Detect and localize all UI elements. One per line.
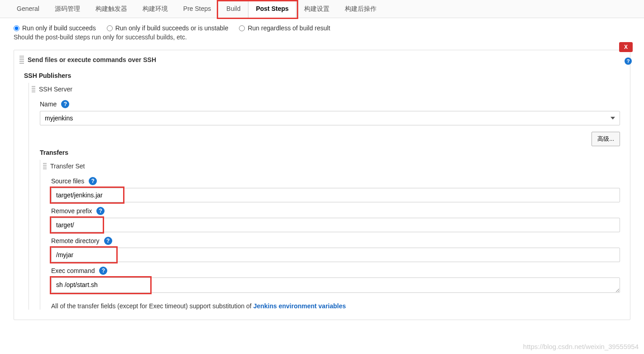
tab-post-build[interactable]: 构建后操作 (337, 0, 384, 18)
name-label: Name (40, 100, 57, 108)
radio-unstable[interactable] (107, 25, 113, 31)
source-files-label: Source files (51, 177, 84, 185)
ssh-server-header: SSH Server (39, 86, 72, 93)
tab-post-steps[interactable]: Post Steps (248, 0, 296, 18)
radio-regardless[interactable] (239, 25, 245, 31)
run-options: Run only if build succeeds Run only if b… (0, 18, 644, 33)
tab-label: 构建后操作 (345, 5, 377, 12)
help-icon[interactable]: ? (61, 100, 69, 108)
tab-label: Post Steps (256, 5, 288, 12)
drag-handle-icon[interactable] (43, 163, 47, 169)
remove-prefix-label: Remove prefix (51, 207, 92, 215)
run-unstable-option[interactable]: Run only if build succeeds or is unstabl… (107, 24, 229, 32)
publishers-label: SSH Publishers (24, 72, 620, 79)
run-options-hint: Should the post-build steps run only for… (0, 33, 644, 47)
tab-label: 源码管理 (55, 5, 80, 12)
config-tabs: General 源码管理 构建触发器 构建环境 Pre Steps Build … (0, 0, 644, 18)
tab-label: 构建触发器 (95, 5, 127, 12)
remote-dir-label: Remote directory (51, 237, 100, 244)
ssh-section: X ? Send files or execute commands over … (14, 50, 630, 320)
drag-handle-icon[interactable] (32, 86, 35, 92)
footer-text: All of the transfer fields (except for E… (51, 302, 253, 310)
tab-label: Pre Steps (183, 5, 211, 12)
transfers-header: Transfers (40, 149, 620, 156)
option-label: Run only if build succeeds or is unstabl… (115, 24, 229, 32)
tab-pre-steps[interactable]: Pre Steps (176, 0, 219, 18)
help-icon[interactable]: ? (625, 57, 632, 65)
option-label: Run regardless of build result (248, 24, 330, 32)
transfer-set-header: Transfer Set (50, 163, 85, 170)
section-title: Send files or execute commands over SSH (28, 56, 156, 63)
tab-label: 构建设置 (304, 5, 329, 12)
tab-triggers[interactable]: 构建触发器 (88, 0, 135, 18)
drag-handle-icon[interactable] (19, 56, 24, 64)
ssh-server-block: SSH Server Name ? myjenkins 高级... Transf… (29, 83, 620, 310)
transfers-block: Transfer Set Source files ? Remove prefi… (40, 160, 620, 310)
tab-env[interactable]: 构建环境 (135, 0, 176, 18)
remote-dir-input[interactable] (51, 248, 620, 262)
option-label: Run only if build succeeds (22, 24, 96, 32)
close-icon[interactable]: X (619, 42, 633, 52)
tab-build[interactable]: Build (219, 0, 248, 18)
tab-label: 构建环境 (143, 5, 168, 12)
advanced-button[interactable]: 高级... (592, 132, 620, 146)
tab-general[interactable]: General (9, 0, 47, 18)
help-icon[interactable]: ? (99, 267, 107, 275)
tab-scm[interactable]: 源码管理 (47, 0, 88, 18)
name-select[interactable]: myjenkins (40, 111, 620, 125)
radio-succeeds[interactable] (14, 25, 19, 31)
env-vars-link[interactable]: Jenkins environment variables (253, 302, 346, 310)
transfer-footer-note: All of the transfer fields (except for E… (51, 302, 620, 310)
run-regardless-option[interactable]: Run regardless of build result (239, 24, 330, 32)
tab-label: Build (226, 5, 240, 12)
tab-label: General (17, 5, 39, 12)
remove-prefix-input[interactable] (51, 218, 620, 232)
exec-command-input[interactable] (51, 277, 620, 293)
help-icon[interactable]: ? (89, 177, 97, 185)
source-files-input[interactable] (51, 188, 620, 202)
help-icon[interactable]: ? (104, 237, 112, 245)
help-icon[interactable]: ? (96, 207, 105, 215)
run-succeeds-option[interactable]: Run only if build succeeds (14, 24, 96, 32)
exec-command-label: Exec command (51, 267, 95, 274)
tab-build-settings[interactable]: 构建设置 (296, 0, 337, 18)
